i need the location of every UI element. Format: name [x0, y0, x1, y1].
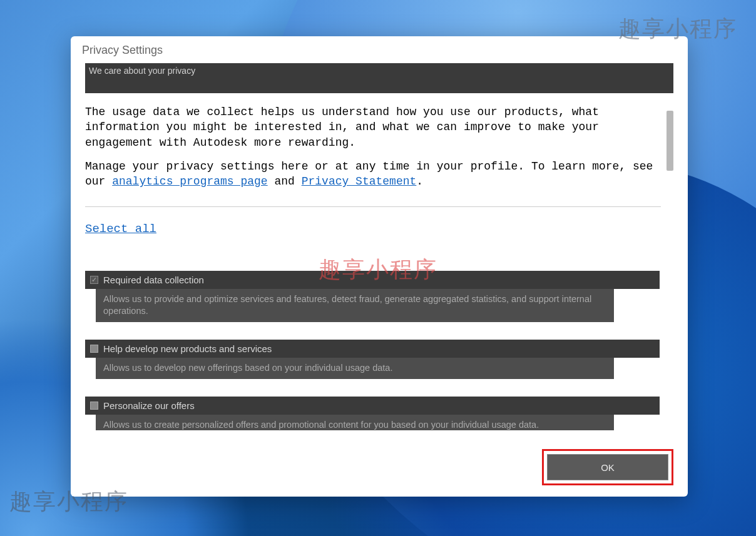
- dialog-footer: OK: [71, 443, 688, 497]
- option-help-develop: Help develop new products and services A…: [85, 340, 673, 379]
- option-description: Allows us to create personalized offers …: [96, 415, 614, 430]
- manage-text-suffix: .: [416, 175, 423, 188]
- checkbox-help-develop[interactable]: [90, 345, 98, 353]
- option-header: Personalize our offers: [85, 397, 660, 415]
- manage-paragraph: Manage your privacy settings here or at …: [85, 159, 673, 190]
- option-title: Help develop new products and services: [103, 343, 272, 354]
- section-divider: [85, 206, 661, 207]
- content-area: The usage data we collect helps us under…: [85, 104, 673, 430]
- scrollbar[interactable]: [667, 111, 673, 171]
- option-description: Allows us to develop new offerings based…: [96, 358, 614, 379]
- dialog-title: Privacy Settings: [71, 36, 688, 63]
- option-title: Required data collection: [103, 275, 204, 285]
- checkbox-personalize[interactable]: [90, 402, 98, 410]
- option-description: Allows us to provide and optimize servic…: [96, 289, 614, 322]
- select-all-link[interactable]: Select all: [85, 222, 156, 236]
- dialog-body: We care about your privacy The usage dat…: [71, 63, 688, 443]
- intro-paragraph: The usage data we collect helps us under…: [85, 104, 673, 150]
- privacy-banner: We care about your privacy: [85, 63, 673, 93]
- ok-button-highlight: OK: [542, 449, 673, 485]
- checkbox-required-data: [90, 276, 98, 284]
- privacy-settings-dialog: Privacy Settings We care about your priv…: [71, 36, 688, 497]
- privacy-statement-link[interactable]: Privacy Statement: [302, 175, 417, 188]
- manage-text-middle: and: [268, 175, 302, 188]
- option-title: Personalize our offers: [103, 400, 195, 411]
- ok-button[interactable]: OK: [547, 454, 668, 480]
- option-header: Required data collection: [85, 271, 660, 289]
- option-header: Help develop new products and services: [85, 340, 660, 358]
- option-personalize: Personalize our offers Allows us to crea…: [85, 397, 673, 430]
- analytics-programs-link[interactable]: analytics programs page: [112, 175, 267, 188]
- option-required-data: Required data collection Allows us to pr…: [85, 271, 673, 322]
